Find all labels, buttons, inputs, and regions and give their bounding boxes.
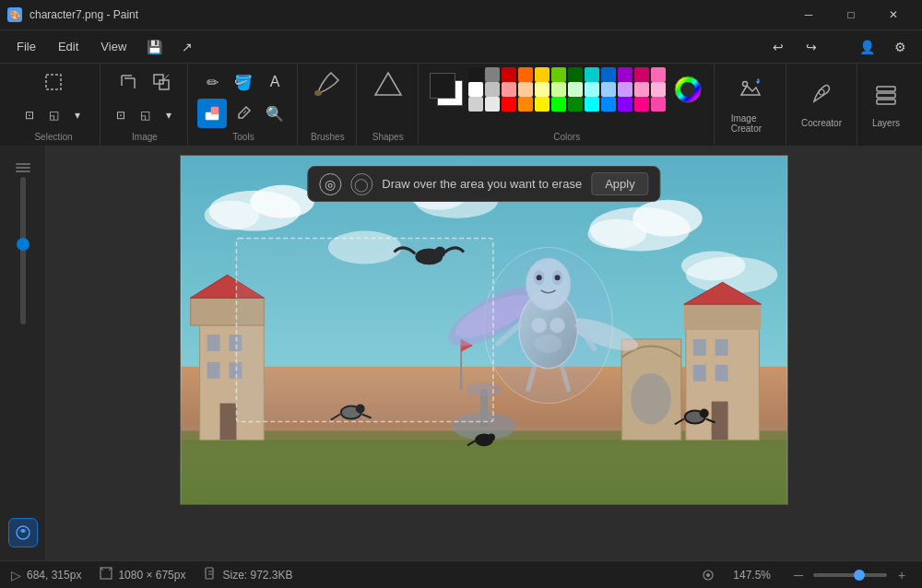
user-icon[interactable]: 👤	[852, 34, 881, 60]
redo-button[interactable]: ↪	[797, 34, 826, 60]
pencil-button[interactable]: ✏	[197, 67, 227, 97]
menu-edit[interactable]: Edit	[49, 36, 88, 57]
image-rotate-dropdown[interactable]: ▾	[158, 104, 180, 126]
grip-line	[16, 171, 30, 172]
view-toggle[interactable]	[702, 569, 715, 582]
selection-dropdown[interactable]: ▾	[66, 104, 89, 126]
current-colors[interactable]	[430, 73, 463, 106]
color-swatch[interactable]	[585, 97, 599, 112]
color-wheel-button[interactable]	[671, 73, 704, 106]
image-creator-button[interactable]: Image Creator	[716, 64, 786, 146]
svg-rect-0	[46, 75, 61, 89]
canvas-viewport[interactable]: ◎ ◯ Draw over the area you want to erase…	[46, 146, 922, 560]
color-swatch[interactable]	[551, 67, 566, 82]
selection-sub1[interactable]: ⊡	[18, 104, 41, 126]
color-swatch[interactable]	[485, 82, 500, 97]
save-icon[interactable]: 💾	[139, 34, 169, 60]
color-swatch[interactable]	[651, 67, 666, 82]
svg-point-80	[532, 318, 547, 333]
settings-icon[interactable]: ⚙	[885, 34, 915, 60]
svg-rect-46	[684, 304, 762, 330]
color-swatch[interactable]	[485, 67, 500, 82]
color-swatch[interactable]	[568, 82, 583, 97]
color-swatch[interactable]	[468, 97, 483, 112]
color-swatch[interactable]	[568, 67, 583, 82]
color-swatch[interactable]	[618, 67, 632, 82]
color-swatch[interactable]	[502, 97, 516, 112]
color-swatch[interactable]	[468, 82, 483, 97]
erase-mode-icon2[interactable]: ◯	[350, 173, 372, 195]
color-swatch[interactable]	[551, 97, 566, 112]
color-swatch[interactable]	[518, 67, 533, 82]
maximize-button[interactable]: □	[830, 0, 872, 29]
file-size-icon	[204, 567, 217, 582]
grip-line	[16, 167, 30, 169]
image-dropdown[interactable]: ◱	[134, 104, 156, 126]
erase-mode-icon1[interactable]: ◎	[319, 173, 341, 195]
color-swatch[interactable]	[535, 67, 550, 82]
eyedropper-button[interactable]	[229, 99, 258, 128]
color-swatch[interactable]	[468, 67, 483, 82]
eraser-button[interactable]	[197, 99, 227, 128]
shapes-label: Shapes	[372, 132, 404, 142]
selection-sub2[interactable]: ◱	[42, 104, 65, 126]
foreground-color[interactable]	[430, 73, 455, 99]
grip-line	[16, 163, 30, 165]
undo-button[interactable]: ↩	[763, 34, 793, 60]
color-swatch[interactable]	[502, 82, 516, 97]
text-button[interactable]: A	[260, 67, 290, 97]
color-swatch[interactable]	[634, 82, 649, 97]
crop-button[interactable]	[113, 67, 143, 97]
menu-view[interactable]: View	[91, 36, 136, 57]
color-swatch[interactable]	[651, 97, 666, 112]
zoom-slider[interactable]	[813, 573, 887, 577]
color-swatch[interactable]	[601, 97, 616, 112]
minimize-button[interactable]: ─	[787, 0, 830, 29]
image-sub1[interactable]: ⊡	[110, 104, 132, 126]
zoom-out-button[interactable]: ─	[789, 566, 808, 584]
file-size-value: Size: 972.3KB	[222, 569, 292, 582]
canvas-size-item: 1080 × 675px	[100, 567, 185, 582]
svg-rect-48	[693, 339, 706, 356]
share-icon[interactable]: ↗	[172, 34, 202, 60]
layers-button[interactable]: Layers	[857, 64, 915, 146]
svg-point-54	[631, 373, 671, 425]
brush-size-slider[interactable]	[20, 177, 26, 324]
selection-tool-button[interactable]	[39, 67, 68, 97]
color-row-2	[468, 82, 666, 97]
color-swatch[interactable]	[618, 82, 632, 97]
color-swatch[interactable]	[535, 82, 550, 97]
close-button[interactable]: ✕	[872, 0, 915, 29]
color-swatch[interactable]	[585, 67, 599, 82]
menu-file[interactable]: File	[7, 36, 45, 57]
cocreator-button[interactable]: Cocreator	[786, 64, 857, 146]
fill-button[interactable]: 🪣	[229, 67, 258, 97]
svg-point-81	[550, 318, 565, 333]
color-swatch[interactable]	[634, 97, 649, 112]
color-swatch[interactable]	[601, 82, 616, 97]
color-swatch[interactable]	[651, 82, 666, 97]
color-row-3	[468, 97, 666, 112]
painting-canvas[interactable]	[180, 155, 788, 505]
apply-button[interactable]: Apply	[591, 172, 649, 195]
canvas-size-icon	[100, 567, 112, 582]
color-swatch[interactable]	[585, 82, 599, 97]
magnifier-button[interactable]: 🔍	[260, 99, 290, 128]
title-bar-left: 🎨 character7.png - Paint	[7, 7, 138, 22]
zoom-in-button[interactable]: +	[892, 566, 911, 584]
color-swatch[interactable]	[601, 67, 616, 82]
color-swatch[interactable]	[618, 97, 632, 112]
erase-action-button[interactable]	[8, 518, 38, 547]
svg-point-25	[205, 201, 260, 230]
brush-icon	[311, 67, 344, 100]
color-swatch[interactable]	[551, 82, 566, 97]
color-swatch[interactable]	[634, 67, 649, 82]
svg-rect-50	[693, 365, 706, 382]
color-swatch[interactable]	[518, 97, 533, 112]
color-swatch[interactable]	[485, 97, 500, 112]
resize-button[interactable]	[147, 67, 176, 97]
color-swatch[interactable]	[568, 97, 583, 112]
color-swatch[interactable]	[535, 97, 550, 112]
color-swatch[interactable]	[502, 67, 516, 82]
color-swatch[interactable]	[518, 82, 533, 97]
